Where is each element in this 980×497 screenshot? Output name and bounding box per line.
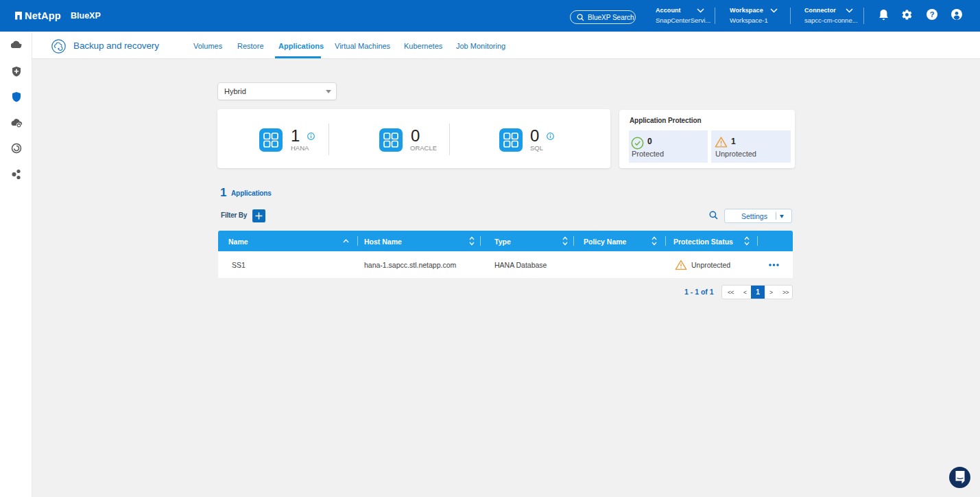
svg-text:?: ?: [930, 10, 935, 19]
